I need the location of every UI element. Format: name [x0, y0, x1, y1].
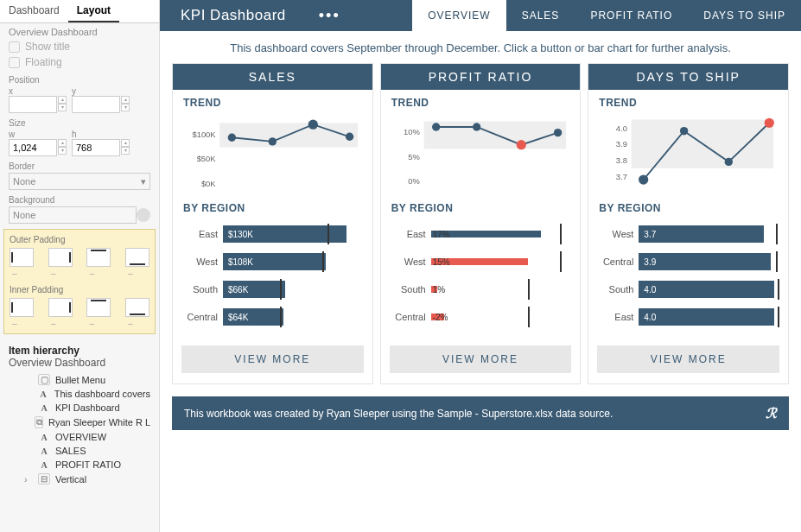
w-label: w: [9, 130, 67, 139]
card-days: DAYS TO SHIP TREND 4.0 3.9 3.8 3.7 BY RE…: [588, 63, 789, 384]
svg-text:3.9: 3.9: [616, 139, 627, 149]
dashboard-header: KPI Dashboard ••• OVERVIEWSALESPROFIT RA…: [160, 0, 801, 31]
inner-padding-controls[interactable]: – – – –: [10, 298, 149, 328]
inner-padding-label: Inner Padding: [10, 285, 149, 294]
menu-dots-icon[interactable]: •••: [307, 0, 353, 31]
svg-text:4.0: 4.0: [616, 124, 627, 133]
region-row[interactable]: Central3.9: [595, 250, 781, 273]
outer-padding-controls[interactable]: – – – –: [10, 248, 149, 278]
y-input[interactable]: [72, 96, 120, 113]
svg-text:$100K: $100K: [192, 130, 216, 139]
footer-text: This workbook was created by Ryan Sleepe…: [184, 408, 613, 420]
svg-point-4: [228, 134, 236, 142]
svg-point-13: [473, 123, 480, 130]
dashboard-subtitle: This dashboard covers September through …: [160, 31, 801, 63]
brand-logo-icon: ℛ: [766, 405, 777, 421]
h-spinner[interactable]: ▴▾: [121, 139, 130, 156]
region-row[interactable]: West$108K: [180, 250, 366, 273]
sales-view-more-button[interactable]: VIEW MORE: [181, 345, 364, 373]
svg-text:0%: 0%: [408, 176, 420, 186]
days-trend-chart[interactable]: 4.0 3.9 3.8 3.7: [588, 112, 788, 195]
hierarchy-item[interactable]: ›⊟Vertical: [9, 472, 150, 486]
region-row[interactable]: East4.0: [595, 306, 781, 328]
background-label: Background: [0, 190, 159, 206]
profit-region-label: BY REGION: [381, 195, 581, 218]
hierarchy-item[interactable]: AThis dashboard covers: [9, 387, 150, 401]
profit-trend-chart[interactable]: 10% 5% 0%: [381, 112, 581, 195]
nav-tab-profit-ratio[interactable]: PROFIT RATIO: [575, 0, 688, 31]
sales-trend-label: TREND: [173, 90, 372, 112]
svg-point-22: [680, 127, 688, 135]
kpi-cards-row: SALES TREND $100K $50K $0K BY REGION Eas…: [160, 63, 801, 384]
svg-point-7: [346, 133, 353, 141]
svg-text:10%: 10%: [404, 127, 420, 136]
layout-sidebar: Dashboard Layout Overview Dashboard Show…: [0, 0, 160, 532]
selected-item-label: Overview Dashboard: [0, 23, 159, 39]
sales-region-chart[interactable]: East$130KWest$108KSouth$66KCentral$64K: [173, 218, 372, 340]
region-row[interactable]: South$66K: [180, 278, 366, 301]
hierarchy-item[interactable]: ⧉Ryan Sleeper White R L: [9, 415, 150, 430]
x-spinner[interactable]: ▴▾: [58, 96, 67, 113]
floating-checkbox[interactable]: Floating: [0, 54, 159, 70]
outer-padding-label: Outer Padding: [10, 235, 149, 244]
days-region-chart[interactable]: West3.7Central3.9South4.0East4.0: [588, 218, 788, 340]
position-label: Position: [0, 70, 159, 86]
sidebar-tabs: Dashboard Layout: [0, 0, 159, 23]
svg-point-15: [554, 129, 562, 136]
region-row[interactable]: West3.7: [595, 223, 781, 245]
hierarchy-title: Item hierarchy: [9, 345, 150, 357]
sales-region-label: BY REGION: [173, 195, 372, 218]
hierarchy-item[interactable]: ▢Bullet Menu: [9, 372, 150, 387]
region-row[interactable]: South1%: [388, 278, 574, 301]
region-row[interactable]: West15%: [388, 250, 574, 273]
nav-tab-overview[interactable]: OVERVIEW: [412, 0, 505, 31]
svg-point-23: [725, 158, 733, 166]
svg-text:$50K: $50K: [197, 154, 217, 163]
days-view-more-button[interactable]: VIEW MORE: [597, 345, 779, 373]
svg-point-21: [639, 174, 648, 184]
tab-layout[interactable]: Layout: [68, 0, 119, 22]
days-region-label: BY REGION: [588, 195, 788, 218]
hierarchy-item[interactable]: AKPI Dashboard: [9, 401, 150, 415]
card-profit: PROFIT RATIO TREND 10% 5% 0% BY REGION E…: [380, 63, 582, 384]
svg-point-5: [269, 137, 277, 145]
item-hierarchy: Item hierarchy Overview Dashboard ▢Bulle…: [0, 339, 159, 491]
svg-text:$0K: $0K: [201, 179, 216, 188]
nav-tab-days-to-ship[interactable]: DAYS TO SHIP: [688, 0, 801, 31]
card-days-header[interactable]: DAYS TO SHIP: [588, 64, 788, 90]
card-sales-header[interactable]: SALES: [173, 64, 372, 90]
y-spinner[interactable]: ▴▾: [121, 96, 130, 113]
chevron-down-icon: ▾: [141, 176, 146, 187]
card-profit-header[interactable]: PROFIT RATIO: [381, 64, 581, 90]
background-swatch[interactable]: [137, 208, 150, 222]
region-row[interactable]: East17%: [388, 223, 574, 245]
region-row[interactable]: South4.0: [595, 278, 781, 301]
card-sales: SALES TREND $100K $50K $0K BY REGION Eas…: [172, 63, 373, 384]
hierarchy-item[interactable]: APROFIT RATIO: [9, 458, 150, 472]
show-title-checkbox[interactable]: Show title: [0, 39, 159, 54]
hierarchy-root[interactable]: Overview Dashboard: [9, 357, 150, 369]
svg-text:3.7: 3.7: [616, 172, 627, 181]
profit-region-chart[interactable]: East17%West15%South1%Central-2%: [381, 218, 581, 340]
svg-point-12: [432, 123, 440, 130]
border-select[interactable]: None▾: [9, 173, 150, 190]
svg-text:3.8: 3.8: [616, 155, 627, 165]
sales-trend-chart[interactable]: $100K $50K $0K: [173, 112, 372, 195]
region-row[interactable]: Central$64K: [180, 306, 366, 328]
dashboard-title: KPI Dashboard: [160, 0, 307, 31]
hierarchy-item[interactable]: AOVERVIEW: [9, 430, 150, 444]
svg-point-14: [516, 140, 525, 149]
w-input[interactable]: [9, 139, 57, 156]
profit-view-more-button[interactable]: VIEW MORE: [390, 345, 572, 373]
region-row[interactable]: East$130K: [180, 223, 366, 245]
x-label: x: [9, 86, 67, 96]
background-select[interactable]: None: [9, 206, 137, 224]
hierarchy-item[interactable]: ASALES: [9, 444, 150, 458]
nav-tab-sales[interactable]: SALES: [506, 0, 575, 31]
region-row[interactable]: Central-2%: [388, 306, 574, 328]
tab-dashboard[interactable]: Dashboard: [0, 0, 68, 22]
w-spinner[interactable]: ▴▾: [58, 139, 67, 156]
h-input[interactable]: [72, 139, 120, 156]
x-input[interactable]: [9, 96, 57, 113]
dashboard-footer: This workbook was created by Ryan Sleepe…: [172, 396, 789, 430]
